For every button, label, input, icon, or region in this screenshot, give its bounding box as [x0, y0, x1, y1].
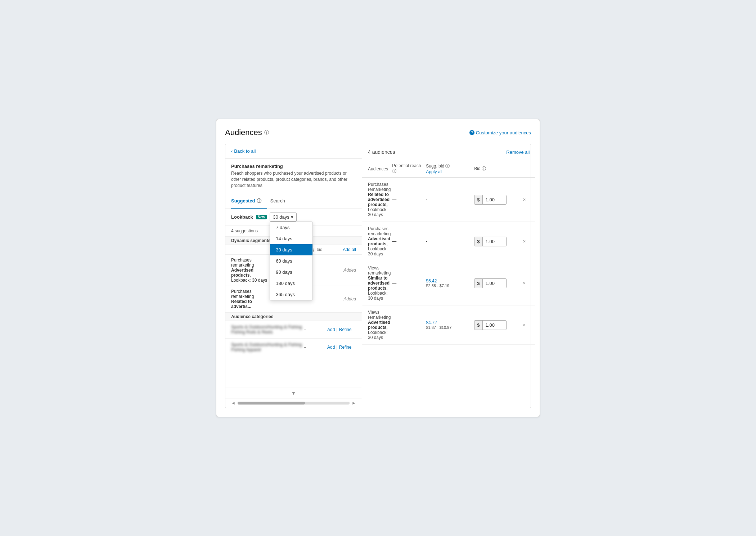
section-title: Purchases remarketing: [231, 164, 356, 169]
suggestion-name-2: Purchases remarketing Related to adverti…: [231, 289, 273, 309]
col-potential-reach-header: Potential reach ⓘ: [392, 163, 424, 174]
audience-name-3: Views remarketing Similar to advertised …: [368, 265, 391, 301]
add-category-2-button[interactable]: Add: [327, 345, 335, 350]
bid-input-group-4[interactable]: $: [474, 320, 507, 330]
col-sugg-bid-header: Sugg. bid ⓘ Apply all: [426, 163, 473, 174]
category-item-empty-1: [225, 356, 362, 372]
reach-info-icon[interactable]: ⓘ: [392, 169, 396, 174]
remove-row-2-button[interactable]: ×: [519, 238, 530, 244]
dropdown-item-14days[interactable]: 14 days: [270, 233, 312, 244]
h-scroll-bar: [238, 402, 350, 405]
right-header: 4 audiences Remove all: [362, 144, 535, 160]
customize-link-text: Customize your audiences: [476, 130, 531, 135]
remove-row-4-button[interactable]: ×: [519, 322, 530, 328]
suggestion-name-1: Purchases remarketing Advertised product…: [231, 258, 273, 283]
refine-category-1-button[interactable]: Refine: [339, 327, 352, 332]
bid-input-3[interactable]: [483, 279, 503, 288]
col-bid-header: Bid ⓘ: [474, 166, 517, 172]
audience-row-4: Views remarketing Advertised products, L…: [362, 305, 535, 345]
category-item-empty-2: [225, 372, 362, 388]
scroll-down-hint: ▼: [225, 388, 362, 398]
bid-currency-3: $: [474, 279, 482, 288]
title-text: Audiences: [225, 128, 262, 137]
chevron-down-icon: ▾: [291, 214, 293, 220]
section-desc: Reach shoppers who purchased your advert…: [231, 170, 356, 188]
scroll-right-button[interactable]: ►: [352, 401, 356, 406]
scroll-left-button[interactable]: ◄: [231, 401, 235, 406]
category-actions-2: Add | Refine: [327, 344, 356, 350]
dropdown-item-90days[interactable]: 90 days: [270, 267, 312, 278]
tab-search-label: Search: [270, 198, 285, 204]
dropdown-item-60days[interactable]: 60 days: [270, 255, 312, 267]
new-badge: New: [256, 215, 267, 219]
categories-scroll-area[interactable]: Sports & Outdoors/Hunting & Fishing Fish…: [225, 321, 362, 388]
back-label: Back to all: [234, 148, 256, 154]
audience-row-3: Views remarketing Similar to advertised …: [362, 261, 535, 305]
customize-link[interactable]: ? Customize your audiences: [469, 130, 531, 135]
bid-input-4[interactable]: [483, 321, 503, 330]
bid-currency-1: $: [474, 195, 482, 204]
category-actions-1: Add | Refine: [327, 327, 356, 332]
tab-suggested[interactable]: Suggested ⓘ: [231, 194, 267, 209]
tabs: Suggested ⓘ Search: [225, 194, 362, 209]
main-content: ‹ Back to all Purchases remarketing Reac…: [225, 144, 531, 408]
lookback-dropdown[interactable]: 30 days ▾ 7 days 14 days 30 days 60 days…: [270, 213, 297, 222]
bid-info-icon[interactable]: ⓘ: [482, 166, 486, 171]
question-circle-icon: ?: [469, 130, 474, 135]
dropdown-item-365days[interactable]: 365 days: [270, 289, 312, 300]
audience-categories-label: Audience categories: [225, 312, 362, 321]
refine-category-2-button[interactable]: Refine: [339, 345, 352, 350]
dropdown-menu: 7 days 14 days 30 days 60 days 90 days 1…: [270, 222, 313, 300]
remove-row-3-button[interactable]: ×: [519, 280, 530, 286]
card-title: Audiences ⓘ: [225, 128, 269, 137]
lookback-label: Lookback: [231, 214, 253, 220]
dropdown-item-180days[interactable]: 180 days: [270, 278, 312, 289]
bid-input-2[interactable]: [483, 237, 503, 246]
bid-input-group-1[interactable]: $: [474, 195, 507, 205]
h-scroll-thumb: [238, 402, 305, 405]
bid-currency-2: $: [474, 237, 482, 246]
dropdown-item-7days[interactable]: 7 days: [270, 222, 312, 233]
audience-name-1: Purchases remarketing Related to adverti…: [368, 182, 391, 217]
category-name-2: Sports & Outdoors/Hunting & Fishing Fish…: [231, 342, 303, 352]
left-panel: ‹ Back to all Purchases remarketing Reac…: [225, 144, 362, 407]
suggestions-count: 4 suggestions: [231, 228, 258, 233]
sugg-bid-1: -: [426, 197, 473, 202]
tab-info-icon[interactable]: ⓘ: [257, 198, 261, 204]
bid-input-1[interactable]: [483, 195, 503, 204]
right-panel: 4 audiences Remove all Audiences Potenti…: [362, 144, 535, 407]
remove-all-button[interactable]: Remove all: [506, 149, 530, 155]
tab-search[interactable]: Search: [270, 194, 291, 209]
sugg-bid-info-icon[interactable]: ⓘ: [445, 164, 450, 169]
lookback-row: Lookback New 30 days ▾ 7 days 14 days 30…: [225, 209, 362, 225]
title-info-icon[interactable]: ⓘ: [264, 129, 269, 136]
audiences-count: 4 audiences: [368, 149, 395, 155]
tab-suggested-label: Suggested: [231, 198, 255, 204]
card-header: Audiences ⓘ ? Customize your audiences: [225, 128, 531, 137]
audience-row-1: Purchases remarketing Related to adverti…: [362, 178, 535, 222]
remove-row-1-button[interactable]: ×: [519, 197, 530, 202]
section-info: Purchases remarketing Reach shoppers who…: [225, 158, 362, 194]
audience-name-4: Views remarketing Advertised products, L…: [368, 310, 391, 340]
sugg-bid-2: -: [426, 239, 473, 244]
bid-currency-4: $: [474, 321, 482, 330]
audience-row-2: Purchases remarketing Advertised product…: [362, 222, 535, 261]
bid-input-group-3[interactable]: $: [474, 278, 507, 288]
category-item-1: Sports & Outdoors/Hunting & Fishing Fish…: [225, 321, 362, 339]
audiences-card: Audiences ⓘ ? Customize your audiences ‹…: [216, 119, 540, 417]
h-scroll-area[interactable]: ◄ ►: [225, 398, 362, 408]
sugg-bid-3: $5.42 $2.38 - $7.19: [426, 278, 473, 288]
bid-input-group-2[interactable]: $: [474, 237, 507, 246]
dropdown-trigger[interactable]: 30 days ▾: [270, 213, 297, 222]
right-col-headers: Audiences Potential reach ⓘ Sugg. bid ⓘ …: [362, 160, 535, 178]
col-audiences-header: Audiences: [368, 166, 391, 171]
sugg-bid-4: $4.72 $1.87 - $10.97: [426, 320, 473, 330]
audience-name-2: Purchases remarketing Advertised product…: [368, 226, 391, 256]
add-all-button[interactable]: Add all: [334, 247, 356, 252]
dropdown-item-30days[interactable]: 30 days: [270, 244, 312, 255]
apply-all-button[interactable]: Apply all: [426, 169, 442, 174]
arrow-down-icon: ▼: [291, 390, 296, 396]
chevron-left-icon: ‹: [231, 148, 233, 154]
add-category-1-button[interactable]: Add: [327, 327, 335, 332]
back-nav[interactable]: ‹ Back to all: [225, 144, 362, 158]
